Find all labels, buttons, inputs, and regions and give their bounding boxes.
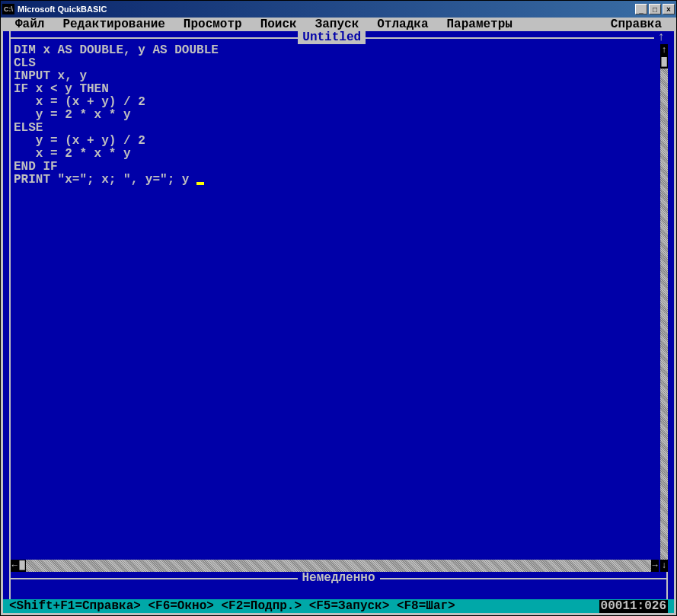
frame-border-top	[366, 37, 654, 39]
code-line: END IF	[14, 160, 58, 174]
scroll-down-icon[interactable]: ↓	[660, 560, 668, 572]
menu-edit[interactable]: Редактирование	[53, 18, 174, 31]
maximize-button[interactable]: □	[649, 4, 661, 14]
menu-file[interactable]: Файл	[6, 18, 53, 31]
menu-debug[interactable]: Отладка	[368, 18, 437, 31]
code-line: ELSE	[14, 121, 43, 135]
scroll-up-icon[interactable]: ↑	[660, 44, 668, 56]
menu-run[interactable]: Запуск	[306, 18, 369, 31]
cursor-position: 00011:026	[599, 600, 668, 613]
horizontal-scrollbar[interactable]: ← █ →	[11, 560, 659, 572]
code-line: y = 2 * x * y	[14, 108, 131, 122]
app-window: C:\ Microsoft QuickBASIC _ □ × Файл Реда…	[0, 0, 677, 616]
vertical-scrollbar[interactable]: ↑ █ ↓	[660, 44, 668, 572]
titlebar[interactable]: C:\ Microsoft QuickBASIC _ □ ×	[1, 1, 676, 18]
menu-search[interactable]: Поиск	[251, 18, 306, 31]
code-editor[interactable]: DIM x AS DOUBLE, y AS DOUBLE CLS INPUT x…	[14, 44, 657, 558]
window-title: Microsoft QuickBASIC	[18, 5, 635, 14]
immediate-title: Немедленно	[298, 572, 380, 585]
text-cursor	[196, 182, 204, 185]
frame-border-top	[9, 578, 298, 579]
scroll-thumb-horizontal[interactable]: █	[18, 560, 26, 572]
code-line: DIM x AS DOUBLE, y AS DOUBLE	[14, 44, 219, 57]
scroll-thumb-vertical[interactable]: █	[660, 56, 668, 69]
menu-help[interactable]: Справка	[602, 18, 671, 31]
console-area: Файл Редактирование Просмотр Поиск Запус…	[3, 18, 674, 613]
frame-border-left	[9, 31, 11, 572]
code-line: y = (x + y) / 2	[14, 134, 145, 148]
app-icon: C:\	[2, 4, 14, 14]
code-line: x = 2 * x * y	[14, 147, 131, 161]
menu-options[interactable]: Параметры	[437, 18, 521, 31]
scroll-left-icon[interactable]: ←	[11, 560, 18, 572]
code-line: CLS	[14, 56, 36, 70]
frame-border-top	[9, 37, 298, 39]
statusbar: <Shift+F1=Справка> <F6=Окно> <F2=Подпр.>…	[3, 599, 674, 613]
immediate-titlebar[interactable]: Немедленно	[9, 572, 668, 585]
menu-view[interactable]: Просмотр	[174, 18, 251, 31]
code-line: x = (x + y) / 2	[14, 95, 145, 109]
editor-titlebar: Untitled ↑	[9, 31, 668, 44]
frame-border-top	[380, 578, 669, 579]
menubar: Файл Редактирование Просмотр Поиск Запус…	[3, 18, 674, 31]
minimize-button[interactable]: _	[635, 4, 647, 14]
editor-filename: Untitled	[298, 31, 366, 44]
code-line: IF x < y THEN	[14, 82, 109, 96]
statusbar-hints: <Shift+F1=Справка> <F6=Окно> <F2=Подпр.>…	[9, 600, 599, 613]
close-button[interactable]: ×	[663, 4, 675, 14]
code-line: PRINT "x="; x; ", y="; y	[14, 173, 189, 187]
scroll-right-icon[interactable]: →	[651, 560, 659, 572]
code-line: INPUT x, y	[14, 69, 87, 83]
editor-frame: Untitled ↑ DIM x AS DOUBLE, y AS DOUBLE …	[3, 31, 674, 599]
